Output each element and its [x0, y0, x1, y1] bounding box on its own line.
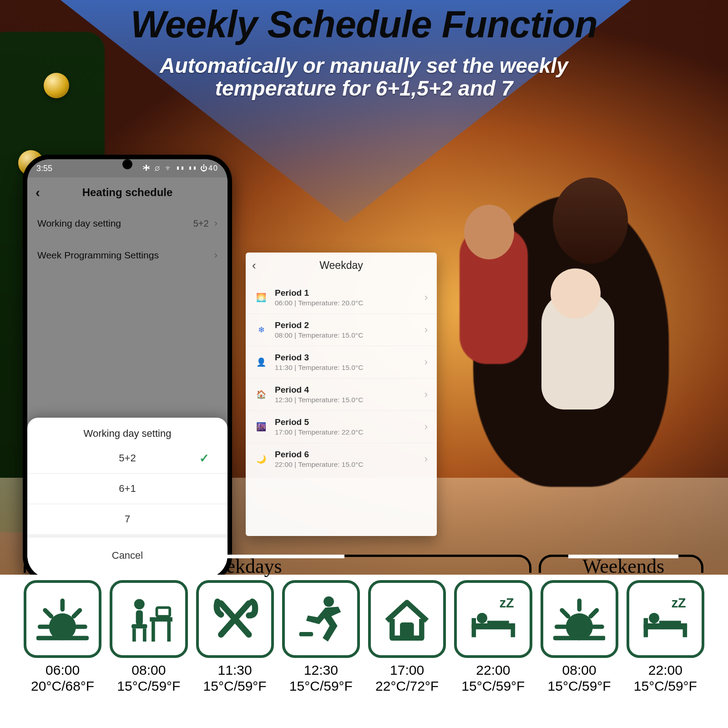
period-name: Period 2	[275, 320, 417, 330]
chevron-right-icon	[425, 324, 428, 336]
tile-icon-box	[196, 580, 274, 658]
screen-title: Heating schedule	[82, 186, 173, 199]
sunrise-icon	[553, 593, 606, 645]
period-detail: 11:30 | Temperature: 15.0°C	[275, 364, 417, 372]
person-child-head	[464, 205, 514, 259]
headline-subtitle: Automatically or manually set the weekly…	[0, 55, 728, 100]
meal-icon	[209, 593, 261, 645]
action-sheet: Working day setting 5+2 ✓ 6+1 7 Cancel	[27, 418, 228, 578]
tile-caption: 08:0015°C/59°F	[117, 662, 180, 694]
row-value: 5+2	[193, 218, 209, 228]
row-week-programming[interactable]: Week Programming Settings	[27, 239, 228, 271]
tile-temp: 15°C/59°F	[548, 678, 611, 694]
tile-icon-box	[282, 580, 360, 658]
headline-subtitle-l2: temperature for 6+1,5+2 and 7	[215, 76, 513, 100]
tile-caption: 06:0020°C/68°F	[31, 662, 94, 694]
tile-icon-box	[541, 580, 618, 658]
tile-caption: 22:0015°C/59°F	[461, 662, 525, 694]
period-row-6[interactable]: 🌙Period 622:00 | Temperature: 15.0°C	[246, 443, 437, 475]
option-7[interactable]: 7	[27, 504, 228, 534]
tile-time: 12:30	[289, 662, 353, 678]
period-icon: 🌅	[255, 291, 268, 304]
period-list: 🌅Period 106:00 | Temperature: 20.0°C❄Per…	[246, 278, 437, 479]
tile-temp: 15°C/59°F	[289, 678, 353, 694]
tile-time: 22:00	[461, 662, 525, 678]
schedule-tile-6: 22:0015°C/59°F	[454, 580, 532, 718]
option-label: 5+2	[119, 452, 136, 464]
chevron-right-icon	[214, 217, 217, 229]
tile-caption: 17:0022°C/72°F	[375, 662, 439, 694]
run-icon	[295, 593, 347, 645]
period-name: Period 1	[275, 288, 417, 298]
period-detail: 06:00 | Temperature: 20.0°C	[275, 299, 417, 307]
tile-icon-box	[24, 580, 101, 658]
status-bar: 3:55 ✱ ⌀ ᯤ ▮▮ ▮▮ ⏻40	[27, 159, 228, 177]
chevron-right-icon	[214, 249, 217, 261]
option-label: 7	[125, 513, 130, 525]
option-5-2[interactable]: 5+2 ✓	[27, 443, 228, 473]
person-mother-head	[553, 177, 628, 264]
sunrise-icon	[36, 593, 89, 645]
option-6-1[interactable]: 6+1	[27, 474, 228, 504]
row-label: Working day setting	[37, 218, 121, 229]
cancel-button[interactable]: Cancel	[27, 534, 228, 578]
tile-time: 06:00	[31, 662, 94, 678]
period-name: Period 3	[275, 353, 417, 363]
status-icons: ✱ ⌀ ᯤ ▮▮ ▮▮ ⏻40	[143, 164, 218, 172]
tile-time: 08:00	[548, 662, 611, 678]
period-row-2[interactable]: ❄Period 208:00 | Temperature: 15.0°C	[246, 314, 437, 346]
chevron-right-icon	[425, 453, 428, 465]
label-weekends: Weekends	[582, 555, 664, 578]
back-icon[interactable]: ‹	[35, 185, 40, 200]
tile-caption: 11:3015°C/59°F	[203, 662, 267, 694]
period-icon: 🌙	[255, 453, 268, 465]
period-detail: 22:00 | Temperature: 15.0°C	[275, 460, 417, 469]
tile-temp: 22°C/72°F	[375, 678, 439, 694]
period-row-5[interactable]: 🌆Period 517:00 | Temperature: 22.0°C	[246, 411, 437, 443]
tile-caption: 22:0015°C/59°F	[634, 662, 697, 694]
schedule-tile-5: 17:0022°C/72°F	[368, 580, 446, 718]
status-time: 3:55	[36, 164, 52, 173]
tile-icon-box	[110, 580, 187, 658]
period-icon: ❄	[255, 324, 268, 336]
tile-caption: 12:3015°C/59°F	[289, 662, 353, 694]
tile-time: 22:00	[634, 662, 697, 678]
period-row-1[interactable]: 🌅Period 106:00 | Temperature: 20.0°C	[246, 282, 437, 314]
tile-temp: 15°C/59°F	[117, 678, 180, 694]
tile-time: 08:00	[117, 662, 180, 678]
person-baby-head	[551, 268, 601, 318]
schedule-strip: Weekdays Weekends 06:0020°C/68°F08:0015°…	[0, 575, 728, 728]
schedule-tile-8: 22:0015°C/59°F	[627, 580, 704, 718]
period-detail: 08:00 | Temperature: 15.0°C	[275, 331, 417, 339]
sheet-title: Working day setting	[27, 418, 228, 443]
period-row-3[interactable]: 👤Period 311:30 | Temperature: 15.0°C	[246, 346, 437, 379]
back-icon[interactable]: ‹	[252, 258, 256, 273]
tile-temp: 15°C/59°F	[634, 678, 697, 694]
tile-time: 17:00	[375, 662, 439, 678]
card-weekday-periods: ‹ Weekday 🌅Period 106:00 | Temperature: …	[246, 253, 437, 536]
tile-temp: 15°C/59°F	[461, 678, 525, 694]
tile-icon-box	[368, 580, 446, 658]
period-text: Period 106:00 | Temperature: 20.0°C	[275, 288, 417, 307]
schedule-tile-1: 06:0020°C/68°F	[24, 580, 101, 718]
tile-icon-box	[454, 580, 532, 658]
desk-icon	[123, 593, 175, 645]
period-text: Period 208:00 | Temperature: 15.0°C	[275, 320, 417, 339]
tile-icon-box	[627, 580, 704, 658]
schedule-tile-3: 11:3015°C/59°F	[196, 580, 274, 718]
row-label: Week Programming Settings	[37, 250, 159, 261]
period-row-4[interactable]: 🏠Period 412:30 | Temperature: 15.0°C	[246, 379, 437, 411]
phone-heating-schedule: 3:55 ✱ ⌀ ᯤ ▮▮ ▮▮ ⏻40 ‹ Heating schedule …	[23, 155, 232, 582]
period-name: Period 4	[275, 385, 417, 395]
headline-subtitle-l1: Automatically or manually set the weekly	[160, 54, 568, 77]
period-text: Period 311:30 | Temperature: 15.0°C	[275, 353, 417, 372]
period-name: Period 5	[275, 417, 417, 427]
period-name: Period 6	[275, 450, 417, 460]
check-icon: ✓	[199, 451, 209, 465]
period-icon: 🌆	[255, 420, 268, 433]
sleep-icon	[467, 593, 520, 645]
headline-title: Weekly Schedule Function	[0, 3, 728, 46]
row-working-day[interactable]: Working day setting 5+2	[27, 207, 228, 239]
tile-temp: 20°C/68°F	[31, 678, 94, 694]
app-bar: ‹ Heating schedule	[27, 177, 228, 207]
